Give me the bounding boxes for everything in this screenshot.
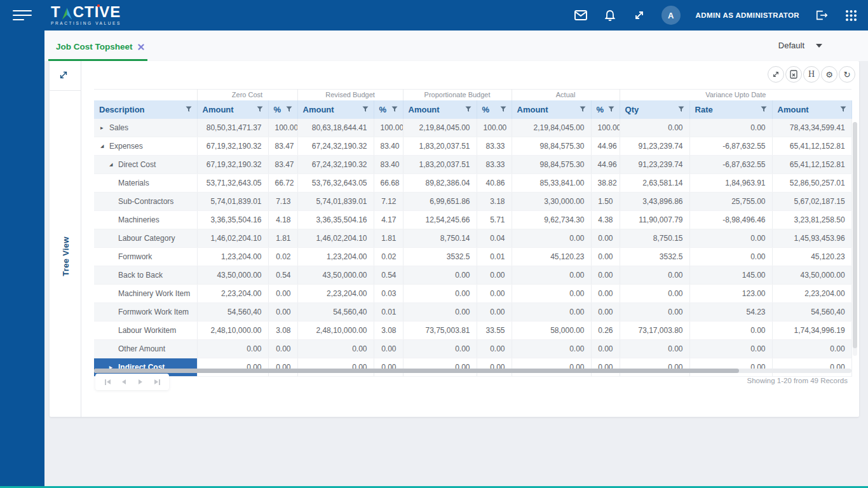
cell-value[interactable]: 0.00 xyxy=(403,284,477,302)
cell-value[interactable]: 2,19,84,045.00 xyxy=(403,119,477,137)
tab-close-icon[interactable] xyxy=(138,44,144,50)
cell-value[interactable]: 80,63,18,644.41 xyxy=(297,119,374,137)
cell-value[interactable]: 100.00 xyxy=(374,119,403,137)
cell-value[interactable]: 3.08 xyxy=(374,321,403,339)
filter-icon[interactable] xyxy=(257,106,263,112)
cell-value[interactable]: 1,84,963.91 xyxy=(689,173,772,192)
cell-value[interactable]: 2,48,10,000.00 xyxy=(197,321,268,339)
cell-value[interactable]: 1.81 xyxy=(374,229,403,247)
table-row[interactable]: ▸Sales80,50,31,471.37100.0080,63,18,644.… xyxy=(94,119,851,137)
cell-value[interactable]: 91,23,239.74 xyxy=(620,137,689,155)
cell-value[interactable]: 0.00 xyxy=(689,321,772,339)
brand-logo[interactable]: T CTIVE PRACTISING VALUES xyxy=(51,4,121,26)
cell-value[interactable]: 0.00 xyxy=(512,302,591,321)
refresh-button[interactable]: ↻ xyxy=(839,66,855,83)
view-selector-dropdown[interactable]: Default xyxy=(778,41,822,50)
row-description-cell[interactable]: Back to Back xyxy=(94,266,197,284)
fullscreen-expand-icon[interactable] xyxy=(632,8,646,22)
cell-value[interactable]: 53,71,32,643.05 xyxy=(197,173,268,192)
cell-value[interactable]: 0.00 xyxy=(403,339,477,358)
cell-value[interactable]: 0.00 xyxy=(477,302,512,321)
cell-value[interactable]: 3,23,81,258.50 xyxy=(772,210,851,229)
cell-value[interactable]: 1,45,93,453.96 xyxy=(772,229,851,247)
cell-value[interactable]: 0.00 xyxy=(477,284,512,302)
cell-value[interactable]: 0.00 xyxy=(477,339,512,358)
row-description-cell[interactable]: ◢Direct Cost xyxy=(94,155,197,173)
table-row[interactable]: Sub-Contractors5,74,01,839.017.135,74,01… xyxy=(94,192,851,210)
cell-value[interactable]: 0.00 xyxy=(477,358,512,376)
cell-value[interactable]: 44.96 xyxy=(591,137,620,155)
cell-value[interactable]: 80,50,31,471.37 xyxy=(197,119,268,137)
cell-value[interactable]: 1,46,02,204.10 xyxy=(297,229,374,247)
cell-value[interactable]: 0.00 xyxy=(620,266,689,284)
cell-value[interactable]: 0.00 xyxy=(591,229,620,247)
cell-value[interactable]: 100.00 xyxy=(477,119,512,137)
cell-value[interactable]: 1,23,204.00 xyxy=(297,247,374,266)
cell-value[interactable]: 83.33 xyxy=(477,137,512,155)
row-description-cell[interactable]: Labour Category xyxy=(94,229,197,247)
cell-value[interactable]: 0.54 xyxy=(268,266,297,284)
cell-value[interactable]: 43,50,000.00 xyxy=(197,266,268,284)
cell-value[interactable]: 145.00 xyxy=(689,266,772,284)
cell-value[interactable]: 0.00 xyxy=(591,247,620,266)
cell-value[interactable]: 0.00 xyxy=(591,302,620,321)
cell-value[interactable]: 2,63,581.14 xyxy=(620,173,689,192)
cell-value[interactable]: 67,19,32,190.32 xyxy=(197,137,268,155)
table-row[interactable]: Formwork1,23,204.000.021,23,204.000.0235… xyxy=(94,247,851,266)
cell-value[interactable]: 0.01 xyxy=(477,247,512,266)
table-row[interactable]: Labour Workitem2,48,10,000.003.082,48,10… xyxy=(94,321,851,339)
table-row[interactable]: Formwork Work Item54,560,400.0054,560,40… xyxy=(94,302,851,321)
cell-value[interactable]: 100.00 xyxy=(591,119,620,137)
cell-value[interactable]: 66.72 xyxy=(268,173,297,192)
cell-value[interactable]: 52,86,50,257.01 xyxy=(772,173,851,192)
column-header-amount-11[interactable]: Amount xyxy=(772,100,851,119)
column-header--2[interactable]: % xyxy=(268,100,297,119)
cell-value[interactable]: 0.00 xyxy=(512,358,591,376)
row-description-cell[interactable]: Other Amount xyxy=(94,339,197,358)
cell-value[interactable]: 85,33,841.00 xyxy=(512,173,591,192)
expand-grid-button[interactable] xyxy=(768,66,784,83)
cell-value[interactable]: 65,41,12,152.81 xyxy=(772,137,851,155)
apps-grid-icon[interactable] xyxy=(844,8,858,22)
cell-value[interactable]: 0.00 xyxy=(297,358,374,376)
cell-value[interactable]: 100.00 xyxy=(268,119,297,137)
filter-icon[interactable] xyxy=(580,106,586,112)
cell-value[interactable]: 67,19,32,190.32 xyxy=(197,155,268,173)
cell-value[interactable]: 1,23,204.00 xyxy=(197,247,268,266)
cell-value[interactable]: 7.12 xyxy=(374,192,403,210)
cell-value[interactable]: 6,99,651.86 xyxy=(403,192,477,210)
tree-collapsed-arrow-icon[interactable]: ▸ xyxy=(100,125,106,131)
cell-value[interactable]: 0.00 xyxy=(591,358,620,376)
cell-value[interactable]: 1,46,02,204.10 xyxy=(197,229,268,247)
cell-value[interactable]: 83.40 xyxy=(374,155,403,173)
cell-value[interactable]: 0.00 xyxy=(403,266,477,284)
cell-value[interactable]: 0.00 xyxy=(297,339,374,358)
cell-value[interactable]: 0.00 xyxy=(374,339,403,358)
cell-value[interactable]: 0.02 xyxy=(374,247,403,266)
cell-value[interactable]: 7.13 xyxy=(268,192,297,210)
tree-expand-icon[interactable] xyxy=(58,70,69,80)
cell-value[interactable]: 0.00 xyxy=(591,266,620,284)
column-header-rate-10[interactable]: Rate xyxy=(689,100,772,119)
vertical-scrollbar-thumb[interactable] xyxy=(853,122,857,348)
cell-value[interactable]: 45,120.23 xyxy=(512,247,591,266)
cell-value[interactable]: 2,23,204.00 xyxy=(297,284,374,302)
column-header--4[interactable]: % xyxy=(374,100,403,119)
row-description-cell[interactable]: Formwork Work Item xyxy=(94,302,197,321)
table-row[interactable]: Machineries3,36,35,504.164.183,36,35,504… xyxy=(94,210,851,229)
cell-value[interactable]: 0.00 xyxy=(772,358,851,376)
cell-value[interactable]: -8,98,496.46 xyxy=(689,210,772,229)
cell-value[interactable]: 3532.5 xyxy=(620,247,689,266)
tree-expanded-arrow-icon[interactable]: ◢ xyxy=(109,162,115,167)
cell-value[interactable]: 0.00 xyxy=(620,302,689,321)
row-description-cell[interactable]: ▸Sales xyxy=(94,119,197,137)
cell-value[interactable]: 0.00 xyxy=(689,229,772,247)
cell-value[interactable]: 0.00 xyxy=(689,247,772,266)
cell-value[interactable]: 2,23,204.00 xyxy=(772,284,851,302)
last-page-button[interactable] xyxy=(150,377,164,387)
cell-value[interactable]: 1,83,20,037.51 xyxy=(403,155,477,173)
export-excel-button[interactable] xyxy=(785,66,802,83)
cell-value[interactable]: 2,23,204.00 xyxy=(197,284,268,302)
cell-value[interactable]: 54,560,40 xyxy=(772,302,851,321)
row-description-cell[interactable]: Materials xyxy=(94,173,197,192)
